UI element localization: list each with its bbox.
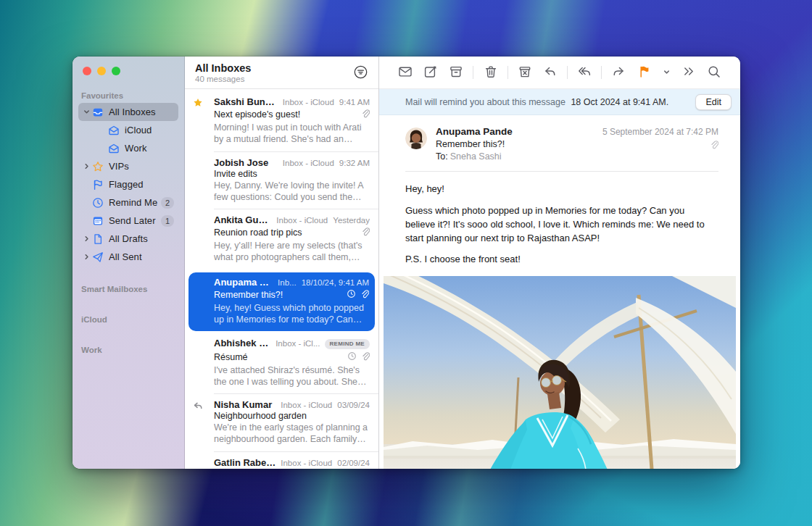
flag-menu-button[interactable] <box>661 66 672 80</box>
desktop-wallpaper: Favourites All Inboxes iCloud Work VIPs … <box>0 0 812 526</box>
forward-button[interactable] <box>610 63 627 83</box>
message-mailbox: Inbox - iCloud <box>281 459 332 467</box>
close-window-button[interactable] <box>83 67 91 75</box>
more-icon <box>682 64 696 81</box>
message-preview: Hey, y'all! Here are my selects (that's … <box>214 240 370 264</box>
chevron-right-icon[interactable] <box>81 254 91 261</box>
message-row[interactable]: Jobish Jose Inbox - iCloud 9:32 AM Invit… <box>185 152 378 210</box>
delete-button[interactable] <box>482 63 500 83</box>
message-list-pane: All Inboxes 40 messages Sakshi Bungay In… <box>185 57 379 469</box>
zoom-window-button[interactable] <box>112 67 120 75</box>
recipient-line: To:Sneha Sashi <box>436 151 602 162</box>
body-paragraph: Hey, hey! <box>405 183 714 196</box>
message-sender: Gatlin Raberts <box>214 457 276 468</box>
message-list: Sakshi Bungay Inbox - iCloud 9:41 AM Nex… <box>185 89 378 469</box>
sidebar-item-send-later[interactable]: Send Later 1 <box>78 212 178 230</box>
message-row-subject: Next episode's guest! <box>214 109 360 120</box>
sidebar-item-work[interactable]: Work <box>78 139 178 157</box>
message-sender: Sakshi Bungay <box>214 96 278 107</box>
reply-all-button[interactable] <box>576 63 593 83</box>
message-row[interactable]: Nisha Kumar Inbox - iCloud 03/09/24 Neig… <box>185 394 378 452</box>
sidebar-item-remind-me[interactable]: Remind Me 2 <box>78 193 178 212</box>
sidebar-item-icloud[interactable]: iCloud <box>78 121 178 139</box>
paperclip-icon <box>360 108 370 121</box>
sidebar-item-flagged[interactable]: Flagged <box>78 175 178 193</box>
message-row[interactable]: Ankita Gupta Inbox - iCloud Yesterday Re… <box>185 209 378 270</box>
clock-icon <box>92 196 104 209</box>
message-date: 5 September 2024 at 7:42 PM <box>602 127 718 137</box>
sender-name: Anupama Pande <box>436 126 602 137</box>
envelope-icon <box>398 64 413 81</box>
favourites-header: Favourites <box>72 85 184 103</box>
sidebar: Favourites All Inboxes iCloud Work VIPs … <box>72 57 185 469</box>
sidebar-item-all-drafts[interactable]: All Drafts <box>78 230 178 248</box>
message-row-subject: Remember this?! <box>214 290 347 300</box>
message-mailbox: Inbox - iCloud <box>281 401 332 409</box>
message-sender: Nisha Kumar <box>214 399 276 410</box>
remind-me-badge: REMIND ME <box>325 339 370 349</box>
reminder-clock-icon <box>347 351 357 364</box>
junk-button[interactable] <box>516 63 534 83</box>
message-mailbox: Inb... <box>278 278 297 287</box>
flag-button[interactable] <box>636 63 653 83</box>
search-button[interactable] <box>705 63 723 83</box>
message-time: 03/09/24 <box>337 401 370 409</box>
get-mail-button[interactable] <box>397 63 414 83</box>
paperplane-icon <box>92 251 104 263</box>
message-preview: Morning! I was put in touch with Arati b… <box>214 122 370 146</box>
paperclip-icon <box>360 351 370 364</box>
reminder-date: 18 Oct 2024 at 9:41 AM. <box>571 97 668 107</box>
star-icon <box>92 160 104 172</box>
reply-icon <box>543 64 558 81</box>
archive-button[interactable] <box>447 63 465 83</box>
attachment-paperclip-icon <box>602 140 718 149</box>
recipient-name: Sneha Sashi <box>450 151 502 162</box>
message-time: 02/09/24 <box>337 459 370 467</box>
reminder-text: Mail will remind you about this message … <box>405 97 695 107</box>
filter-icon <box>353 71 368 82</box>
message-sender: Jobish Jose <box>214 157 278 168</box>
message-row[interactable]: Gatlin Raberts Inbox - iCloud 02/09/24 L… <box>185 452 378 469</box>
toolbar-separator <box>473 66 473 79</box>
mail-open-icon <box>108 142 120 154</box>
sidebar-item-all-sent[interactable]: All Sent <box>78 248 178 266</box>
message-view-pane: Mail will remind you about this message … <box>379 57 740 469</box>
flag-icon <box>92 178 104 191</box>
message-mailbox: Inbox - iCl... <box>276 339 320 348</box>
to-label: To: <box>436 151 448 162</box>
message-body: Hey, hey!Guess which photo popped up in … <box>379 172 740 276</box>
chevron-right-icon[interactable] <box>81 163 91 170</box>
message-preview: Hey, Danny. We're loving the invite! A f… <box>214 180 370 204</box>
filter-button[interactable] <box>351 63 370 82</box>
message-row[interactable]: Abhishek Kumar Inbox - iCl... REMIND ME … <box>185 333 378 394</box>
edit-reminder-button[interactable]: Edit <box>695 94 732 110</box>
unread-count-badge: 2 <box>161 197 174 209</box>
message-row-subject: Neighbourhood garden <box>214 411 370 421</box>
more-toolbar-items-button[interactable] <box>680 63 697 83</box>
message-row[interactable]: Sakshi Bungay Inbox - iCloud 9:41 AM Nex… <box>185 91 378 152</box>
search-icon <box>707 64 721 81</box>
chevron-down-icon <box>663 67 671 78</box>
trash-icon <box>484 64 498 81</box>
message-sender: Anupama Pande <box>214 277 273 288</box>
chevron-down-icon[interactable] <box>81 109 91 116</box>
paperclip-icon <box>360 226 370 239</box>
sidebar-item-vips[interactable]: VIPs <box>78 157 178 175</box>
mail-open-icon <box>108 124 120 136</box>
attachment-photo[interactable] <box>384 276 736 469</box>
starred-icon <box>193 98 204 109</box>
message-time: 9:32 AM <box>339 159 370 167</box>
archive-icon <box>449 64 463 81</box>
sidebar-item-all-inboxes[interactable]: All Inboxes <box>78 103 178 121</box>
mailbox-title: All Inboxes <box>195 62 351 74</box>
chevron-right-icon[interactable] <box>81 235 91 243</box>
reply-all-icon <box>577 64 592 81</box>
message-row-subject: Résumé <box>214 352 347 362</box>
minimize-window-button[interactable] <box>97 67 106 75</box>
reply-button[interactable] <box>542 63 559 83</box>
message-row[interactable]: Anupama Pande Inb... 18/10/24, 9:41 AM R… <box>188 272 375 332</box>
reminder-text-plain: Mail will remind you about this message <box>405 97 566 107</box>
message-preview: Hey, hey! Guess which photo popped up in… <box>214 302 369 326</box>
junk-icon <box>518 64 532 81</box>
compose-button[interactable] <box>422 63 439 83</box>
